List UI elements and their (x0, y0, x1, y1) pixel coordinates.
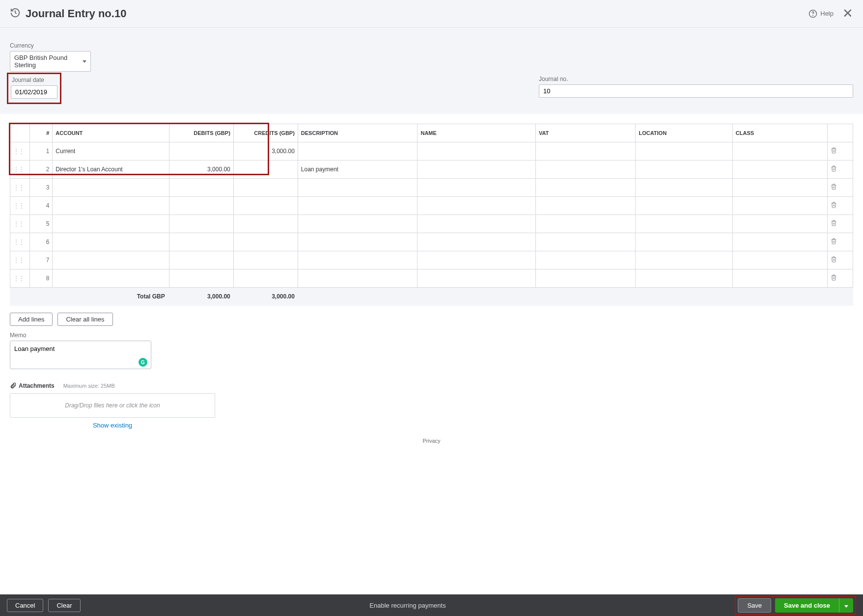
cell-name[interactable] (418, 197, 536, 215)
cell-debits[interactable] (169, 197, 233, 215)
cell-credits[interactable] (233, 179, 298, 197)
cell-name[interactable] (418, 251, 536, 269)
cell-description[interactable] (298, 251, 418, 269)
cell-location[interactable] (636, 269, 732, 288)
cell-description[interactable] (298, 269, 418, 288)
cell-debits[interactable]: 3,000.00 (169, 161, 233, 179)
privacy-link[interactable]: Privacy (10, 438, 853, 444)
cell-location[interactable] (636, 215, 732, 233)
cell-name[interactable] (418, 233, 536, 251)
drag-handle-icon[interactable]: ⋮⋮ (10, 215, 30, 233)
cell-description[interactable] (298, 142, 418, 161)
add-lines-button[interactable]: Add lines (10, 313, 53, 326)
help-button[interactable]: Help (808, 9, 834, 18)
cell-credits[interactable]: 3,000.00 (233, 142, 298, 161)
cell-class[interactable] (732, 233, 827, 251)
cell-description[interactable] (298, 197, 418, 215)
journal-no-input[interactable] (539, 84, 853, 98)
cell-name[interactable] (418, 161, 536, 179)
cell-vat[interactable] (535, 251, 636, 269)
table-row[interactable]: ⋮⋮1Current3,000.00 (10, 142, 853, 161)
cell-class[interactable] (732, 251, 827, 269)
cell-account[interactable] (53, 215, 169, 233)
delete-row-icon[interactable] (827, 269, 853, 288)
cell-vat[interactable] (535, 161, 636, 179)
memo-textarea[interactable] (10, 341, 151, 369)
delete-row-icon[interactable] (827, 179, 853, 197)
delete-row-icon[interactable] (827, 215, 853, 233)
drag-handle-icon[interactable]: ⋮⋮ (10, 142, 30, 161)
cell-location[interactable] (636, 142, 732, 161)
cell-debits[interactable] (169, 269, 233, 288)
cell-debits[interactable] (169, 251, 233, 269)
cell-account[interactable] (53, 269, 169, 288)
cell-class[interactable] (732, 197, 827, 215)
attachments-dropzone[interactable]: Drag/Drop files here or click the icon (10, 393, 215, 418)
cell-class[interactable] (732, 161, 827, 179)
cell-class[interactable] (732, 179, 827, 197)
cell-account[interactable] (53, 251, 169, 269)
delete-row-icon[interactable] (827, 197, 853, 215)
cell-vat[interactable] (535, 233, 636, 251)
cell-account[interactable] (53, 233, 169, 251)
cell-credits[interactable] (233, 233, 298, 251)
cell-location[interactable] (636, 179, 732, 197)
cell-credits[interactable] (233, 269, 298, 288)
clear-all-lines-button[interactable]: Clear all lines (57, 313, 112, 326)
cell-account[interactable] (53, 179, 169, 197)
table-row[interactable]: ⋮⋮7 (10, 251, 853, 269)
cell-location[interactable] (636, 233, 732, 251)
drag-handle-icon[interactable]: ⋮⋮ (10, 179, 30, 197)
table-row[interactable]: ⋮⋮3 (10, 179, 853, 197)
cell-account[interactable] (53, 197, 169, 215)
cell-location[interactable] (636, 161, 732, 179)
cell-location[interactable] (636, 251, 732, 269)
cell-description[interactable] (298, 179, 418, 197)
table-row[interactable]: ⋮⋮6 (10, 233, 853, 251)
cell-vat[interactable] (535, 142, 636, 161)
delete-row-icon[interactable] (827, 142, 853, 161)
cell-description[interactable]: Loan payment (298, 161, 418, 179)
cell-vat[interactable] (535, 197, 636, 215)
close-icon[interactable]: ✕ (842, 6, 853, 21)
cell-vat[interactable] (535, 179, 636, 197)
history-icon[interactable] (10, 7, 21, 20)
cell-class[interactable] (732, 215, 827, 233)
cell-debits[interactable] (169, 179, 233, 197)
cell-vat[interactable] (535, 215, 636, 233)
cell-name[interactable] (418, 142, 536, 161)
cell-location[interactable] (636, 197, 732, 215)
journal-date-input[interactable] (11, 85, 57, 99)
cell-name[interactable] (418, 215, 536, 233)
delete-row-icon[interactable] (827, 251, 853, 269)
cell-description[interactable] (298, 215, 418, 233)
cell-name[interactable] (418, 269, 536, 288)
drag-handle-icon[interactable]: ⋮⋮ (10, 197, 30, 215)
cell-description[interactable] (298, 233, 418, 251)
cell-account[interactable]: Director 1's Loan Account (53, 161, 169, 179)
cell-class[interactable] (732, 142, 827, 161)
delete-row-icon[interactable] (827, 161, 853, 179)
drag-handle-icon[interactable]: ⋮⋮ (10, 161, 30, 179)
cell-account[interactable]: Current (53, 142, 169, 161)
cell-credits[interactable] (233, 161, 298, 179)
cell-credits[interactable] (233, 215, 298, 233)
table-row[interactable]: ⋮⋮4 (10, 197, 853, 215)
cell-debits[interactable] (169, 215, 233, 233)
cell-debits[interactable] (169, 233, 233, 251)
cell-name[interactable] (418, 179, 536, 197)
currency-select[interactable]: GBP British Pound Sterling (10, 51, 91, 72)
cell-credits[interactable] (233, 197, 298, 215)
drag-handle-icon[interactable]: ⋮⋮ (10, 233, 30, 251)
show-existing-link[interactable]: Show existing (10, 422, 215, 429)
drag-handle-icon[interactable]: ⋮⋮ (10, 269, 30, 288)
drag-handle-icon[interactable]: ⋮⋮ (10, 251, 30, 269)
table-row[interactable]: ⋮⋮8 (10, 269, 853, 288)
table-row[interactable]: ⋮⋮5 (10, 215, 853, 233)
attachments-label[interactable]: Attachments (10, 382, 55, 389)
cell-credits[interactable] (233, 251, 298, 269)
delete-row-icon[interactable] (827, 233, 853, 251)
cell-class[interactable] (732, 269, 827, 288)
cell-debits[interactable] (169, 142, 233, 161)
table-row[interactable]: ⋮⋮2Director 1's Loan Account3,000.00Loan… (10, 161, 853, 179)
